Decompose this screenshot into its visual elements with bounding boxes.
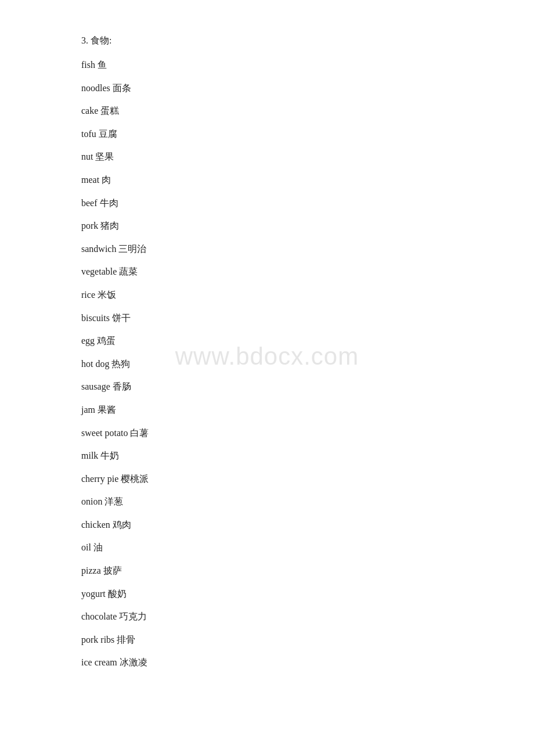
list-item: sweet potato 白薯 <box>81 426 488 441</box>
list-item: yogurt 酸奶 <box>81 586 488 602</box>
list-item: beef 牛肉 <box>81 196 488 211</box>
list-item: vegetable 蔬菜 <box>81 264 488 279</box>
list-item: sausage 香肠 <box>81 379 488 394</box>
page-content: www.bdocx.com 3. 食物: fish 鱼noodles 面条cak… <box>0 0 534 713</box>
list-item: pork ribs 排骨 <box>81 632 488 647</box>
list-item: oil 油 <box>81 540 488 555</box>
list-item: fish 鱼 <box>81 57 488 73</box>
list-item: cake 蛋糕 <box>81 103 488 118</box>
list-item: jam 果酱 <box>81 402 488 417</box>
list-item: chicken 鸡肉 <box>81 517 488 532</box>
list-item: onion 洋葱 <box>81 494 488 509</box>
list-item: biscuits 饼干 <box>81 311 488 326</box>
list-item: tofu 豆腐 <box>81 127 488 142</box>
list-item: nut 坚果 <box>81 149 488 164</box>
list-item: hot dog 热狗 <box>81 357 488 372</box>
list-item: pork 猪肉 <box>81 218 488 233</box>
list-item: sandwich 三明治 <box>81 242 488 257</box>
list-item: pizza 披萨 <box>81 563 488 578</box>
food-list: fish 鱼noodles 面条cake 蛋糕tofu 豆腐nut 坚果meat… <box>81 57 488 670</box>
section-header: 3. 食物: <box>81 35 488 47</box>
list-item: cherry pie 樱桃派 <box>81 471 488 487</box>
list-item: rice 米饭 <box>81 287 488 303</box>
list-item: egg 鸡蛋 <box>81 333 488 348</box>
list-item: noodles 面条 <box>81 81 488 96</box>
list-item: chocolate 巧克力 <box>81 609 488 624</box>
list-item: ice cream 冰激凌 <box>81 655 488 670</box>
list-item: milk 牛奶 <box>81 448 488 463</box>
list-item: meat 肉 <box>81 172 488 188</box>
